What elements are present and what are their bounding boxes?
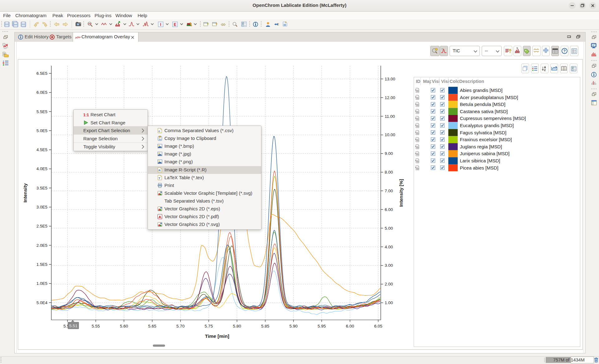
svg-text:757M of 1434M: 757M of 1434M [553,357,585,362]
svg-text:ID: ID [416,167,419,170]
svg-text:6.05: 6.05 [374,324,382,328]
svg-text:Intensity [%]: Intensity [%] [398,179,404,207]
svg-text:Picea abies [MSD]: Picea abies [MSD] [460,165,498,170]
svg-text:8.00: 8.00 [385,170,393,175]
svg-text:5.90: 5.90 [290,324,298,328]
svg-text:10.00: 10.00 [385,132,395,137]
svg-text:ID: ID [416,146,419,149]
svg-text:11.00: 11.00 [385,114,395,119]
svg-text:1.5E5: 1.5E5 [37,262,47,267]
svg-text:Eucalyptus grandis [MSD]: Eucalyptus grandis [MSD] [460,123,514,128]
svg-text:2.0E5: 2.0E5 [37,243,47,248]
svg-text:2.00: 2.00 [385,282,393,286]
svg-text:5.70: 5.70 [176,324,184,328]
svg-text:1.00: 1.00 [385,300,393,305]
svg-text:6.00: 6.00 [346,324,354,328]
svg-text:3.0E5: 3.0E5 [37,205,47,209]
svg-text:5.85: 5.85 [261,324,269,328]
svg-text:5.60: 5.60 [120,324,128,328]
svg-text:7.00: 7.00 [385,189,393,193]
svg-text:1:1: 1:1 [83,113,89,117]
svg-text:5.55: 5.55 [92,324,100,328]
svg-text:Juglans regia [MSD]: Juglans regia [MSD] [460,144,502,149]
svg-text:5.95: 5.95 [318,324,326,328]
svg-text:4.5E5: 4.5E5 [37,147,47,152]
svg-text:Larix sibirica [MSD]: Larix sibirica [MSD] [460,158,500,163]
svg-text:Time [min]: Time [min] [205,333,229,339]
svg-text:3.00: 3.00 [385,263,393,268]
svg-text:ID: ID [416,153,419,156]
svg-text:ID: ID [416,132,419,135]
svg-text:ID: ID [416,125,419,128]
svg-text:5.75: 5.75 [205,324,213,328]
svg-text:9.00: 9.00 [385,151,393,156]
svg-text:5.0E4: 5.0E4 [37,300,48,305]
svg-text:ID: ID [416,160,419,163]
svg-text:Cupressus sempervirens [MSD]: Cupressus sempervirens [MSD] [460,116,526,121]
svg-text:5.00: 5.00 [385,226,393,231]
svg-text:ID: ID [416,139,419,142]
svg-text:5.65: 5.65 [148,324,156,328]
svg-text:c: c [158,129,160,133]
svg-text:R: R [158,168,161,172]
svg-text:3.5E5: 3.5E5 [37,186,47,190]
svg-text:4.0E5: 4.0E5 [37,166,47,171]
svg-text:T: T [158,176,160,180]
svg-text:Juniperus sabina [MSD]: Juniperus sabina [MSD] [460,151,509,156]
svg-text:1.0E5: 1.0E5 [37,281,47,286]
svg-text:4.00: 4.00 [385,245,393,249]
svg-text:5.51: 5.51 [69,323,77,328]
svg-text:Fraxinus excelsior [MSD]: Fraxinus excelsior [MSD] [460,137,512,142]
svg-text:5.0E5: 5.0E5 [37,128,47,133]
svg-text:Intensity: Intensity [22,183,28,203]
svg-text:Fagus sylvatica [MSD]: Fagus sylvatica [MSD] [460,130,506,135]
svg-text:ID: ID [416,117,419,121]
svg-text:2.5E5: 2.5E5 [37,224,47,228]
svg-text:6.00: 6.00 [385,207,393,212]
svg-text:5.80: 5.80 [233,324,241,328]
